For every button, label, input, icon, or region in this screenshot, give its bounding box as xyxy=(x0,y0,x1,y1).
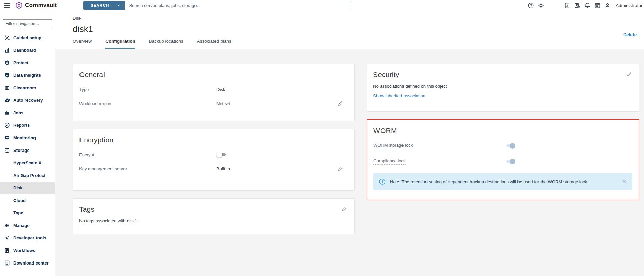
security-card: Security No associations defined on this… xyxy=(367,64,639,112)
type-label: Type xyxy=(78,87,216,92)
compliance-lock-toggle[interactable] xyxy=(506,159,515,164)
sidebar-item-label: Guided setup xyxy=(13,35,41,40)
general-card-title: General xyxy=(79,71,349,79)
nav-list: Guided setupDashboardProtectData Insight… xyxy=(0,31,55,269)
page-header: Disk disk1 Delete Overview Configuration… xyxy=(55,11,644,49)
brand-name: Commvault’ xyxy=(25,2,58,9)
gear-wrench-icon xyxy=(4,235,10,241)
sidebar-item-cleanroom[interactable]: Cleanroom xyxy=(0,82,55,94)
sidebar-item-disk[interactable]: Disk xyxy=(0,182,55,194)
tab-configuration[interactable]: Configuration xyxy=(105,39,135,49)
pencil-icon xyxy=(341,206,347,212)
sidebar-item-dashboard[interactable]: Dashboard xyxy=(0,44,55,56)
sidebar-item-label: Jobs xyxy=(13,110,23,115)
type-value: Disk xyxy=(216,87,225,92)
database-icon xyxy=(4,147,10,153)
sidebar-item-cloud[interactable]: Cloud xyxy=(0,194,55,207)
delete-button[interactable]: Delete xyxy=(623,32,637,37)
report-donut-icon xyxy=(4,122,10,128)
sidebar-item-storage[interactable]: Storage xyxy=(0,144,55,157)
encrypt-row: Encrypt xyxy=(78,147,349,162)
sidebar-item-monitoring[interactable]: Monitoring xyxy=(0,132,55,144)
encryption-card-title: Encryption xyxy=(79,136,349,144)
sidebar-item-download-center[interactable]: Download center xyxy=(0,257,55,269)
sidebar-item-tape[interactable]: Tape xyxy=(0,207,55,219)
workload-region-row: Workload region Not set xyxy=(78,96,349,111)
tab-overview[interactable]: Overview xyxy=(73,39,92,49)
sidebar-item-jobs[interactable]: Jobs xyxy=(0,107,55,119)
pencil-icon xyxy=(337,101,343,107)
sidebar-item-hyperscale-x[interactable]: HyperScale X xyxy=(0,157,55,169)
edit-kms-button[interactable] xyxy=(337,166,343,172)
theme-sun-icon[interactable] xyxy=(537,2,545,9)
sidebar-item-developer-tools[interactable]: Developer tools xyxy=(0,232,55,244)
sidebar-item-protect[interactable]: Protect xyxy=(0,56,55,69)
sidebar-item-data-insights[interactable]: Data Insights xyxy=(0,69,55,82)
sidebar-subitem-label: HyperScale X xyxy=(13,160,41,165)
user-icon[interactable] xyxy=(604,2,611,9)
edit-workload-region-button[interactable] xyxy=(337,101,343,107)
workflow-doc-icon xyxy=(4,248,10,253)
workload-region-value: Not set xyxy=(216,101,230,106)
search-input[interactable] xyxy=(125,1,351,10)
edit-security-button[interactable] xyxy=(626,71,632,77)
worm-note-text: Note: The retention setting of dependent… xyxy=(390,179,589,184)
shield-lock-icon xyxy=(4,60,10,66)
filter-navigation-input[interactable] xyxy=(3,19,52,28)
kms-label: Key management server xyxy=(78,166,216,171)
tags-empty-text: No tags associated with disk1 xyxy=(79,218,349,223)
current-user-label[interactable]: Administrator xyxy=(616,3,644,8)
assistant-waveform-icon[interactable] xyxy=(553,2,560,9)
compliance-lock-label: Compliance lock xyxy=(373,158,406,165)
commvault-logo: Commvault’ xyxy=(15,2,58,9)
report-download-icon[interactable] xyxy=(564,2,571,9)
sidebar-subitem-label: Disk xyxy=(13,185,22,190)
sidebar-subitem-label: Tape xyxy=(13,210,23,215)
tab-backup-locations[interactable]: Backup locations xyxy=(149,39,183,49)
events-calendar-icon[interactable] xyxy=(594,2,601,9)
sidebar-item-manage[interactable]: Manage xyxy=(0,219,55,232)
tab-bar: Overview Configuration Backup locations … xyxy=(73,39,231,49)
worm-storage-lock-toggle[interactable] xyxy=(506,143,515,149)
main-area: Disk disk1 Delete Overview Configuration… xyxy=(55,11,644,276)
sidebar-item-guided-setup[interactable]: Guided setup xyxy=(0,31,55,44)
encrypt-toggle[interactable] xyxy=(216,152,226,158)
info-icon xyxy=(379,178,386,185)
help-icon[interactable] xyxy=(527,2,534,9)
hamburger-menu-icon[interactable] xyxy=(4,3,10,8)
kms-row: Key management server Built-in xyxy=(78,162,349,176)
worm-note-banner: Note: The retention setting of dependent… xyxy=(373,173,632,190)
left-navigation: Guided setupDashboardProtectData Insight… xyxy=(0,11,55,276)
tools-icon xyxy=(4,35,10,41)
pencil-icon xyxy=(337,166,343,172)
workload-region-label: Workload region xyxy=(78,101,216,106)
search-scope-button[interactable]: SEARCH xyxy=(83,1,125,10)
sidebar-item-label: Storage xyxy=(13,148,29,153)
sidebar-item-label: Data Insights xyxy=(13,73,41,78)
sliders-icon xyxy=(4,223,10,228)
sidebar-item-air-gap-protect[interactable]: Air Gap Protect xyxy=(0,169,55,182)
briefcase-icon xyxy=(4,110,10,116)
sidebar-subitem-label: Air Gap Protect xyxy=(13,173,45,178)
job-history-icon[interactable] xyxy=(574,2,581,9)
encrypt-label: Encrypt xyxy=(78,152,216,157)
security-card-title: Security xyxy=(373,71,399,79)
breadcrumb[interactable]: Disk xyxy=(73,16,637,21)
sidebar-item-reports[interactable]: Reports xyxy=(0,119,55,132)
show-inherited-association-link[interactable]: Show inherited association xyxy=(373,93,634,98)
alerts-bell-icon[interactable] xyxy=(584,2,591,9)
shield-check-icon xyxy=(4,72,10,78)
tags-card: Tags No tags associated with disk1 xyxy=(73,198,355,234)
security-status-text: No associations defined on this object xyxy=(373,84,634,89)
content-area: General Type Disk Workload region Not se… xyxy=(55,49,644,234)
sidebar-subitem-label: Cloud xyxy=(13,198,26,203)
sidebar-item-workflows[interactable]: Workflows xyxy=(0,244,55,257)
sidebar-item-auto-recovery[interactable]: Auto recovery xyxy=(0,94,55,107)
tab-associated-plans[interactable]: Associated plans xyxy=(197,39,231,49)
chevron-down-icon xyxy=(117,5,120,6)
close-icon[interactable] xyxy=(622,179,627,184)
edit-tags-button[interactable] xyxy=(341,206,347,212)
sidebar-item-label: Cleanroom xyxy=(13,85,36,90)
monitor-icon xyxy=(4,135,10,141)
cleanroom-machine-icon xyxy=(4,85,10,91)
